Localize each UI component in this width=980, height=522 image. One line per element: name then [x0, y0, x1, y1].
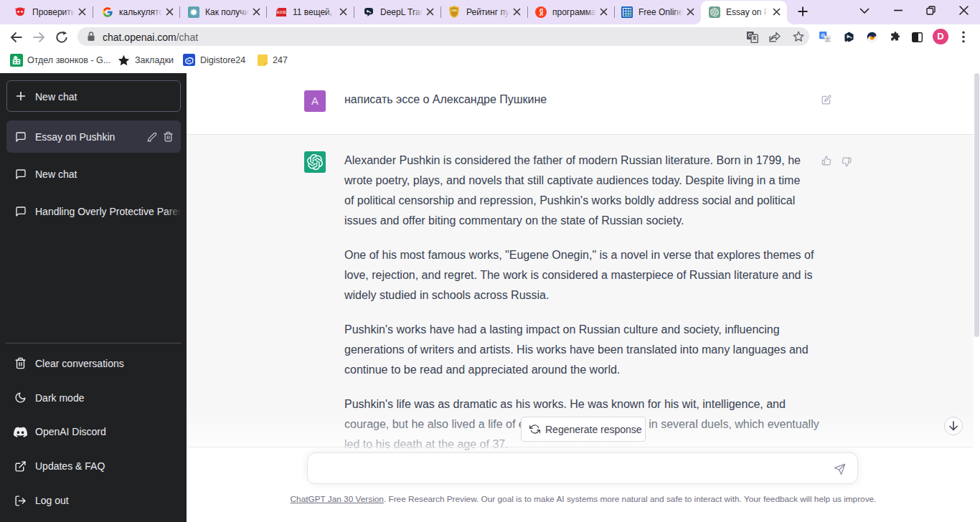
svg-text:文: 文 — [825, 37, 830, 42]
svg-text:LKN: LKN — [451, 9, 457, 12]
svg-text:H.U.D.: H.U.D. — [277, 11, 287, 14]
